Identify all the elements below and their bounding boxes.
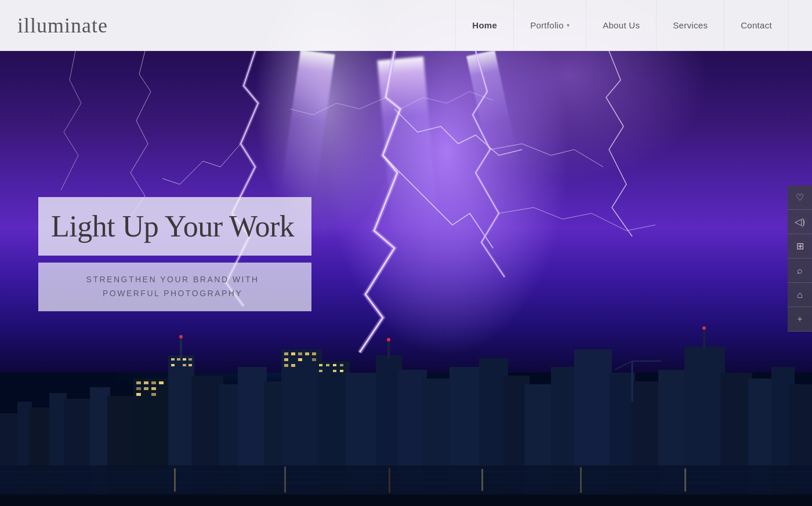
header: illuminate Home Portfolio ▾ About Us Ser… [0, 0, 812, 51]
nav-contact[interactable]: Contact [724, 0, 789, 51]
nav-portfolio[interactable]: Portfolio ▾ [514, 0, 586, 51]
volume-icon[interactable]: ◁) [788, 210, 812, 234]
nav-services[interactable]: Services [657, 0, 724, 51]
nav-home[interactable]: Home [455, 0, 514, 51]
hero-subheadline: STRENGTHEN YOUR BRAND WITHPOWERFUL PHOTO… [51, 273, 294, 301]
plus-icon[interactable]: + [788, 307, 812, 332]
sidebar-icons: ♡ ◁) ⊞ ⌕ ⌂ + [788, 185, 812, 332]
home-icon[interactable]: ⌂ [788, 283, 812, 307]
search-icon[interactable]: ⌕ [788, 259, 812, 283]
nav-about[interactable]: About Us [586, 0, 657, 51]
main-nav: Home Portfolio ▾ About Us Services Conta… [455, 0, 789, 51]
hero-content: Light Up Your Work STRENGTHEN YOUR BRAND… [38, 197, 311, 311]
subheadline-box: STRENGTHEN YOUR BRAND WITHPOWERFUL PHOTO… [38, 263, 311, 311]
favorites-icon[interactable]: ♡ [788, 185, 812, 210]
chevron-down-icon: ▾ [567, 22, 570, 28]
hero-headline: Light Up Your Work [51, 210, 294, 243]
site-logo[interactable]: illuminate [17, 13, 108, 38]
headline-box: Light Up Your Work [38, 197, 311, 256]
cart-icon[interactable]: ⊞ [788, 234, 812, 259]
